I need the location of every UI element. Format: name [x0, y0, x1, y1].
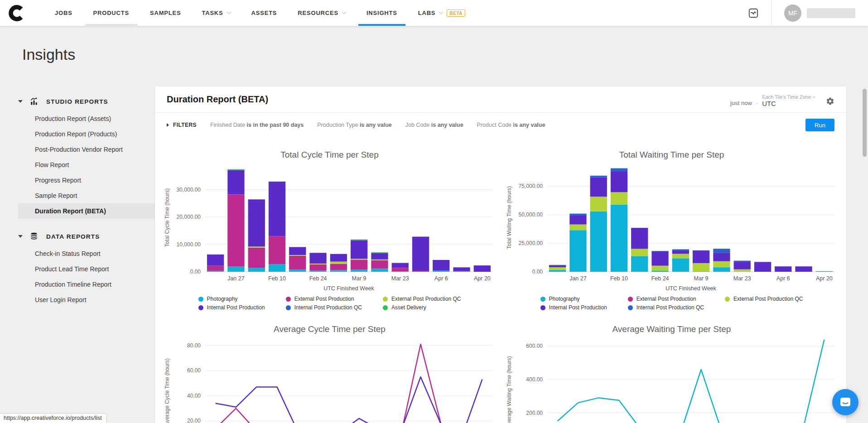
svg-text:Total Cycle Time (hours): Total Cycle Time (hours)	[164, 188, 170, 247]
legend-label: Photography	[549, 296, 580, 302]
last-updated: just now	[730, 100, 752, 107]
svg-text:Mar 9: Mar 9	[352, 275, 366, 282]
beta-badge: BETA	[447, 10, 465, 17]
nav-item-samples[interactable]: SAMPLES	[140, 0, 191, 26]
gear-icon	[826, 97, 834, 106]
sidebar-item-post-production-vendor-report[interactable]: Post-Production Vendor Report	[18, 142, 155, 157]
svg-text:UTC Finished Week: UTC Finished Week	[665, 285, 716, 292]
timezone-value: UTC	[762, 100, 776, 107]
svg-text:0.00: 0.00	[190, 269, 201, 275]
nav-item-assets[interactable]: ASSETS	[241, 0, 288, 26]
run-button[interactable]: Run	[805, 119, 834, 131]
sidebar-item-progress-report[interactable]: Progress Report	[18, 173, 155, 188]
top-nav: JOBSPRODUCTSSAMPLESTASKSASSETSRESOURCESI…	[0, 0, 868, 26]
scrollbar-thumb[interactable]	[863, 89, 867, 157]
chevron-down-icon	[227, 10, 231, 14]
nav-item-products[interactable]: PRODUCTS	[83, 0, 140, 26]
nav-item-label: SAMPLES	[150, 10, 181, 16]
chat-bubble-icon	[839, 395, 852, 409]
sidebar-item-sample-report[interactable]: Sample Report	[18, 188, 155, 203]
legend-internal-post-production[interactable]: Internal Post Production	[540, 304, 607, 311]
legend-internal-post-production-qc[interactable]: Internal Post Production QC	[286, 304, 362, 311]
filter-job-code[interactable]: Job Code is any value	[405, 122, 463, 128]
sidebar-item-user-login-report[interactable]: User Login Report	[18, 292, 155, 308]
legend-dot-icon	[540, 297, 545, 302]
svg-text:Feb 10: Feb 10	[268, 275, 286, 282]
legend-column: External Post ProductionInternal Post Pr…	[628, 296, 704, 311]
legend-column: External Post Production QC	[725, 296, 803, 311]
sidebar-item-production-timeline-report[interactable]: Production Timeline Report	[18, 277, 155, 292]
legend-external-post-production[interactable]: External Post Production	[628, 296, 704, 302]
nav-item-label: PRODUCTS	[93, 10, 129, 16]
chart-title: Average Cycle Time per Step	[274, 324, 386, 334]
chart-canvas[interactable]: 20.0040.0060.0080.00Average Cycle Time (…	[162, 335, 498, 423]
nav-item-labs[interactable]: LABSBETA	[408, 0, 476, 26]
timezone-label: Each Tile's Time Zone	[762, 94, 811, 100]
sidebar-item-duration-report-beta[interactable]: Duration Report (BETA)	[18, 203, 155, 219]
content: STUDIO REPORTSProduction Report (Assets)…	[0, 87, 868, 423]
sidebar-item-production-report-products[interactable]: Production Report (Products)	[18, 126, 155, 142]
legend-external-post-production[interactable]: External Post Production	[286, 296, 362, 302]
report-title: Duration Report (BETA)	[167, 94, 268, 105]
svg-text:Mar 23: Mar 23	[391, 275, 409, 282]
separator-dot: ·	[756, 100, 758, 107]
legend-photography[interactable]: Photography	[198, 296, 265, 302]
creative-force-logo-icon	[9, 5, 24, 21]
legend-asset-delivery[interactable]: Asset Delivery	[383, 304, 461, 311]
filters-toggle[interactable]: FILTERS	[167, 122, 197, 128]
legend-label: External Post Production	[294, 296, 354, 302]
svg-text:600.00: 600.00	[526, 343, 543, 349]
legend-external-post-production-qc[interactable]: External Post Production QC	[383, 296, 461, 302]
svg-text:Jan 27: Jan 27	[227, 275, 245, 282]
legend-external-post-production-qc[interactable]: External Post Production QC	[725, 296, 803, 302]
legend-internal-post-production-qc[interactable]: Internal Post Production QC	[628, 304, 704, 311]
sidebar-section-header-studio-reports[interactable]: STUDIO REPORTS	[18, 93, 155, 110]
chart-title: Average Waiting Time per Step	[612, 324, 731, 334]
workstation-status-button[interactable]	[747, 7, 759, 19]
svg-text:50,000.00: 50,000.00	[518, 212, 543, 218]
svg-text:0.00: 0.00	[532, 269, 543, 275]
legend-dot-icon	[383, 305, 388, 310]
legend-column: PhotographyInternal Post Production	[540, 296, 607, 311]
legend-dot-icon	[286, 305, 291, 310]
filter-product-code[interactable]: Product Code is any value	[477, 122, 545, 128]
nav-item-label: TASKS	[202, 10, 223, 16]
legend-label: Internal Post Production	[207, 304, 265, 311]
nav-item-tasks[interactable]: TASKS	[191, 0, 241, 26]
dashboard-settings-button[interactable]	[826, 97, 834, 107]
intercom-chat-button[interactable]	[832, 389, 858, 415]
sidebar-item-flow-report[interactable]: Flow Report	[18, 157, 155, 173]
legend-label: Photography	[207, 296, 238, 302]
sidebar-item-check-in-status-report[interactable]: Check-in Status Report	[18, 246, 155, 261]
nav-item-insights[interactable]: INSIGHTS	[356, 0, 408, 26]
chart-canvas[interactable]: 0.0025,000.0050,000.0075,000.00Total Wai…	[504, 161, 840, 295]
collapse-triangle-icon	[18, 100, 23, 103]
svg-text:Jan 27: Jan 27	[569, 275, 587, 282]
timezone-selector[interactable]: Each Tile's Time Zone UTC	[762, 94, 815, 107]
legend-internal-post-production[interactable]: Internal Post Production	[198, 304, 265, 311]
chart-canvas[interactable]: 0.0010,000.0020,000.0030,000.00Total Cyc…	[162, 161, 498, 295]
legend-dot-icon	[198, 305, 203, 310]
filter-finished-date[interactable]: Finished Date is in the past 90 days	[210, 122, 304, 128]
chart-canvas[interactable]: 200.00400.00600.00Average Waiting Time (…	[504, 335, 840, 423]
svg-text:30,000.00: 30,000.00	[176, 187, 201, 193]
sidebar-item-production-report-assets[interactable]: Production Report (Assets)	[18, 111, 155, 126]
svg-text:Feb 10: Feb 10	[610, 275, 628, 282]
legend-dot-icon	[725, 297, 730, 302]
filter-production-type[interactable]: Production Type is any value	[317, 122, 391, 128]
chevron-down-icon	[439, 10, 444, 14]
sidebar-section-header-data-reports[interactable]: DATA REPORTS	[18, 228, 155, 245]
nav-item-jobs[interactable]: JOBS	[44, 0, 83, 26]
chart-legend: PhotographyInternal Post ProductionExter…	[198, 296, 461, 311]
sidebar-item-product-lead-time-report[interactable]: Product Lead Time Report	[18, 261, 155, 277]
legend-photography[interactable]: Photography	[540, 296, 607, 302]
svg-text:Apr 6: Apr 6	[434, 275, 448, 282]
chart-average-waiting-time-per-step: Average Waiting Time per Step200.00400.0…	[501, 313, 843, 423]
logo[interactable]	[0, 0, 33, 26]
nav-item-resources[interactable]: RESOURCES	[287, 0, 356, 26]
svg-text:Average Cycle Time (hours): Average Cycle Time (hours)	[164, 358, 170, 423]
avatar[interactable]: MF	[784, 5, 801, 22]
legend-label: Internal Post Production QC	[637, 304, 704, 311]
report-header: Duration Report (BETA) just now · Each T…	[155, 87, 846, 113]
svg-text:Mar 9: Mar 9	[694, 275, 708, 282]
